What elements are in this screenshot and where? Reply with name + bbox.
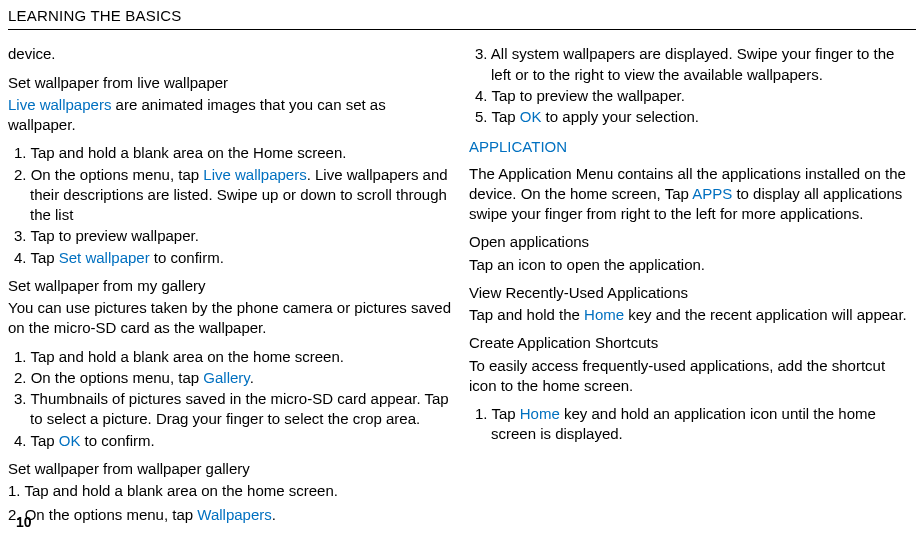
ok-link: OK <box>59 432 81 449</box>
text: 2. On the options menu, tap <box>8 506 197 523</box>
text: to confirm. <box>80 432 154 449</box>
recent-apps-body: Tap and hold the Home key and the recent… <box>469 305 916 325</box>
application-intro: The Application Menu contains all the ap… <box>469 164 916 225</box>
list-item: 2. On the options menu, tap Wallpapers. <box>8 505 455 525</box>
text: to apply your selection. <box>541 108 699 125</box>
text: key and the recent application will appe… <box>624 306 907 323</box>
list-item: 1. Tap and hold a blank area on the home… <box>8 481 455 501</box>
gallery-intro: You can use pictures taken by the phone … <box>8 298 455 339</box>
text: 2. On the options menu, tap <box>14 369 203 386</box>
text: 4. Tap <box>14 432 59 449</box>
text: 2. On the options menu, tap <box>14 166 203 183</box>
list-item: 1. Tap Home key and hold an application … <box>471 404 916 445</box>
shortcuts-body: To easily access frequently-used applica… <box>469 356 916 397</box>
text: 5. Tap <box>475 108 520 125</box>
text: 1. Tap <box>475 405 520 422</box>
text: Tap and hold the <box>469 306 584 323</box>
live-wallpaper-intro: Live wallpapers are animated images that… <box>8 95 455 136</box>
content-columns: device. Set wallpaper from live wallpape… <box>8 44 916 533</box>
ok-link: OK <box>520 108 542 125</box>
list-item: 3. Tap to preview wallpaper. <box>10 226 455 246</box>
home-link: Home <box>584 306 624 323</box>
application-section-title: APPLICATION <box>469 137 916 157</box>
live-wallpaper-heading: Set wallpaper from live wallpaper <box>8 73 455 93</box>
text: to confirm. <box>150 249 224 266</box>
text: 4. Tap <box>14 249 59 266</box>
right-column: 3. All system wallpapers are displayed. … <box>469 44 916 533</box>
live-wallpapers-link: Live wallpapers <box>8 96 111 113</box>
list-item: 4. Tap OK to confirm. <box>10 431 455 451</box>
list-item: 4. Tap Set wallpaper to confirm. <box>10 248 455 268</box>
list-item: 3. All system wallpapers are displayed. … <box>471 44 916 85</box>
set-wallpaper-link: Set wallpaper <box>59 249 150 266</box>
apps-link: APPS <box>692 185 732 202</box>
page-header: LEARNING THE BASICS <box>8 6 916 30</box>
left-column: device. Set wallpaper from live wallpape… <box>8 44 455 533</box>
list-item: 1. Tap and hold a blank area on the Home… <box>10 143 455 163</box>
list-item: 2. On the options menu, tap Live wallpap… <box>10 165 455 226</box>
open-apps-body: Tap an icon to open the application. <box>469 255 916 275</box>
page-number: 10 <box>16 513 32 532</box>
shortcuts-heading: Create Application Shortcuts <box>469 333 916 353</box>
wallpapers-link: Wallpapers <box>197 506 271 523</box>
home-link: Home <box>520 405 560 422</box>
text: . <box>272 506 276 523</box>
recent-apps-heading: View Recently-Used Applications <box>469 283 916 303</box>
gallery-link: Gallery <box>203 369 249 386</box>
wallpaper-gallery-heading: Set wallpaper from wallpaper gallery <box>8 459 455 479</box>
list-item: 5. Tap OK to apply your selection. <box>471 107 916 127</box>
live-wallpapers-link: Live wallpapers <box>203 166 306 183</box>
text: . <box>250 369 254 386</box>
gallery-heading: Set wallpaper from my gallery <box>8 276 455 296</box>
device-fragment: device. <box>8 44 455 64</box>
list-item: 3. Thumbnails of pictures saved in the m… <box>10 389 455 430</box>
list-item: 4. Tap to preview the wallpaper. <box>471 86 916 106</box>
list-item: 2. On the options menu, tap Gallery. <box>10 368 455 388</box>
list-item: 1. Tap and hold a blank area on the home… <box>10 347 455 367</box>
open-apps-heading: Open applications <box>469 232 916 252</box>
